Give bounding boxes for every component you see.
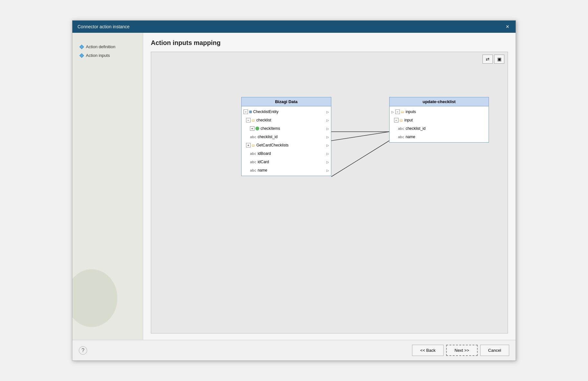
mapping-icon-button-2[interactable]: ▣: [494, 55, 504, 64]
update-checklist-box-header: update-checklist: [390, 97, 489, 106]
connection-line-1: [331, 132, 389, 141]
row-label: input: [404, 118, 413, 122]
row-getcardchecklists: + 🗂 GetCardChecklists ▷: [242, 141, 331, 149]
folder-icon: 🗂: [252, 143, 255, 147]
row-checklist-id-right: abc checklist_id: [390, 124, 489, 133]
mapping-area: ⇄ ▣ Bizagi Data − ⊞ ChecklistEntity ▷: [151, 52, 508, 333]
abc-icon: abc: [250, 160, 256, 164]
row-checklist-id: abc checklist_id ▷: [242, 133, 331, 141]
sidebar-item-label: Action definition: [86, 44, 115, 49]
expand-icon[interactable]: −: [394, 118, 399, 122]
mapping-icon-button-1[interactable]: ⇄: [482, 55, 493, 64]
folder-icon: 🗂: [400, 118, 403, 122]
row-label: checkItems: [261, 126, 280, 131]
row-name-right: abc name: [390, 133, 489, 141]
sidebar-decoration: [72, 269, 117, 327]
sidebar-diamond-icon: [79, 44, 84, 49]
back-button[interactable]: << Back: [412, 345, 444, 356]
cancel-button[interactable]: Cancel: [480, 345, 509, 356]
help-button[interactable]: ?: [79, 346, 87, 355]
page-title: Action inputs mapping: [151, 39, 508, 47]
row-input: − 🗂 input: [390, 116, 489, 124]
sidebar-item-action-definition[interactable]: Action definition: [79, 42, 136, 51]
expand-icon[interactable]: −: [395, 110, 400, 114]
title-bar: Connector action instance ×: [72, 21, 516, 33]
folder-icon: 🗂: [252, 118, 255, 122]
connection-line-2: [331, 141, 389, 177]
row-name-bizagi: abc name ▷: [242, 166, 331, 174]
expand-icon[interactable]: +: [246, 143, 251, 147]
row-label: checklist_id: [406, 126, 426, 131]
row-arrow: ▷: [325, 127, 329, 130]
dialog: Connector action instance × Action defin…: [72, 20, 516, 361]
update-checklist-box-rows: ▷ − 🗂 inputs − 🗂 input: [390, 106, 489, 142]
row-arrow: ▷: [325, 110, 329, 114]
row-arrow: ▷: [325, 144, 329, 147]
row-checklistentity: − ⊞ ChecklistEntity ▷: [242, 108, 331, 116]
expand-icon[interactable]: −: [246, 118, 251, 122]
next-button[interactable]: Next >>: [446, 345, 478, 356]
row-arrow: ▷: [325, 152, 329, 155]
bizagi-data-box-rows: − ⊞ ChecklistEntity ▷ − 🗂 checklist ▷: [242, 106, 331, 176]
abc-icon: abc: [250, 168, 256, 173]
footer-buttons: << Back Next >> Cancel: [412, 345, 509, 356]
row-label: idBoard: [258, 151, 271, 156]
row-label: name: [406, 135, 415, 139]
update-checklist-box: update-checklist ▷ − 🗂 inputs − 🗂: [389, 97, 489, 143]
expand-icon[interactable]: +: [250, 126, 254, 131]
left-arrow: ▷: [391, 110, 394, 114]
sidebar: Action definition Action inputs: [72, 33, 143, 340]
row-label: idCard: [258, 160, 269, 164]
main-content: Action inputs mapping ⇄ ▣ Bizagi Data −: [143, 33, 516, 340]
table-icon: ⊞: [249, 110, 252, 114]
close-button[interactable]: ×: [504, 24, 510, 30]
row-checklist: − 🗂 checklist ▷: [242, 116, 331, 124]
abc-icon: abc: [250, 135, 256, 139]
dialog-body: Action definition Action inputs Action i…: [72, 33, 516, 340]
dialog-title: Connector action instance: [78, 24, 130, 29]
row-arrow: ▷: [325, 169, 329, 172]
row-inputs: ▷ − 🗂 inputs: [390, 108, 489, 116]
row-label: GetCardChecklists: [256, 143, 289, 147]
sidebar-content: Action definition Action inputs: [72, 33, 143, 69]
toolbar-icons: ⇄ ▣: [482, 55, 504, 64]
row-label: name: [258, 168, 267, 173]
sidebar-diamond-icon: [79, 53, 84, 58]
folder-icon: 🗂: [401, 110, 404, 114]
row-idboard: abc idBoard ▷: [242, 149, 331, 158]
bizagi-data-box-header: Bizagi Data: [242, 97, 331, 106]
row-label: checklist_id: [258, 135, 278, 139]
sidebar-item-action-inputs[interactable]: Action inputs: [79, 51, 136, 60]
row-label: checklist: [256, 118, 271, 122]
row-idcard: abc idCard ▷: [242, 158, 331, 166]
bizagi-data-box: Bizagi Data − ⊞ ChecklistEntity ▷ − 🗂: [241, 97, 331, 176]
connection-lines-svg: [151, 52, 508, 333]
dialog-footer: ? << Back Next >> Cancel: [72, 340, 516, 360]
row-arrow: ▷: [325, 135, 329, 139]
row-arrow: ▷: [325, 119, 329, 122]
abc-icon: abc: [250, 152, 256, 156]
green-circle-icon: [255, 127, 259, 130]
abc-icon: abc: [398, 135, 404, 139]
expand-icon[interactable]: −: [243, 110, 248, 114]
row-label: inputs: [406, 110, 416, 114]
row-label: ChecklistEntity: [253, 110, 279, 114]
sidebar-item-label: Action inputs: [86, 53, 110, 58]
abc-icon: abc: [398, 127, 404, 131]
row-checkitems: + checkItems ▷: [242, 124, 331, 133]
row-arrow: ▷: [325, 160, 329, 164]
